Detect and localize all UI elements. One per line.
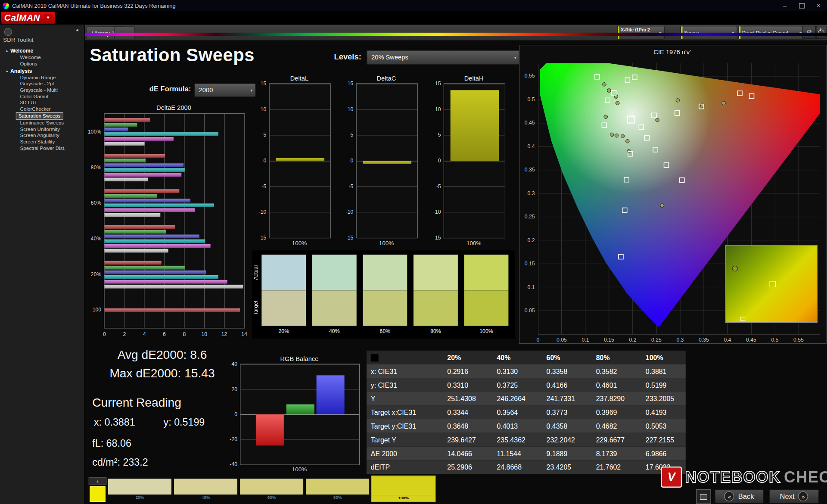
axis-tick-label: -15	[339, 235, 353, 240]
patch-strip-item-80[interactable]: 80%	[306, 479, 369, 501]
deltal-chart-title: DeltaL	[269, 75, 330, 82]
sidebar-item-grayscale-2pt[interactable]: Grayscale - 2pt	[18, 81, 56, 87]
patch-strip-item-20[interactable]: 20%	[108, 479, 171, 501]
table-cell: 8.1739	[587, 449, 636, 457]
row-label: x: CIE31	[367, 367, 438, 375]
patch-swatch	[174, 479, 237, 495]
chevron-down-icon: ▾	[248, 88, 255, 93]
sidebar-collapse-icon[interactable]: ◄	[75, 28, 79, 33]
gridline	[357, 212, 417, 212]
sidebar-section-welcome[interactable]: ▸Welcome	[0, 47, 84, 54]
next-button[interactable]: Next »	[769, 489, 819, 504]
axis-tick-label: 15	[339, 81, 353, 86]
bar	[104, 280, 227, 283]
max-de2000-reading: Max dE2000: 15.43	[87, 367, 237, 381]
axis-tick-label: 0.5	[767, 337, 783, 342]
axis-tick-label: 10	[339, 106, 353, 112]
table-cell: 0.4358	[537, 422, 587, 430]
patch-strip-item-40[interactable]: 40%	[174, 479, 237, 501]
deltah-x-label: 100%	[444, 240, 504, 246]
calman-logo-menu[interactable]: CalMAN ▼	[1, 12, 55, 24]
levels-dropdown[interactable]: 20% Sweeps ▾	[367, 50, 519, 65]
sidebar-item-grayscale-multi[interactable]: Grayscale - Multi	[18, 87, 60, 93]
gridline	[357, 237, 417, 238]
row-label: y: CIE31	[367, 381, 438, 389]
actual-swatch-40	[312, 255, 357, 290]
axis-tick-label: 5	[339, 132, 353, 137]
table-row-y-cie31: y: CIE310.33100.37250.41660.46010.5199	[367, 378, 686, 392]
deltac-chart: 151050-5-10-15	[356, 83, 418, 238]
bar	[104, 284, 243, 288]
table-cell: 14.0466	[438, 449, 487, 457]
bar	[104, 190, 179, 193]
tree-expand-icon: ▸	[6, 69, 8, 73]
table-cell: 0.3969	[587, 408, 636, 416]
sidebar-item-spectral-power-dist[interactable]: Spectral Power Dist.	[18, 145, 68, 152]
axis-tick-label: 14	[236, 331, 252, 337]
maximize-icon	[799, 3, 804, 8]
sidebar-item-3d-lut[interactable]: 3D LUT	[18, 100, 40, 106]
current-reading-title: Current Reading	[92, 395, 181, 410]
axis-tick-label: 0.3	[672, 337, 688, 342]
calman-window: CalMAN 2019 CalMAN Ultimate for Business…	[0, 0, 827, 504]
axis-tick-label: -20	[223, 436, 237, 442]
measurement-point	[610, 133, 614, 137]
sidebar-item-screen-stability[interactable]: Screen Stability	[18, 139, 57, 145]
table-cell: 0.3344	[438, 408, 487, 416]
axis-tick-label: 0	[223, 411, 237, 417]
column-header-20: 20%	[438, 354, 487, 361]
swatch-column-label: 20%	[261, 328, 306, 334]
sidebar-item-luminance-sweeps[interactable]: Luminance Sweeps	[18, 120, 66, 126]
sidebar-item-screen-uniformity[interactable]: Screen Uniformity	[18, 126, 62, 133]
deltac-chart-title: DeltaC	[356, 75, 417, 82]
back-button[interactable]: « Back	[715, 489, 764, 504]
patch-strip-item-100[interactable]: 100%	[372, 476, 435, 501]
inset-target-marker	[740, 317, 745, 321]
table-row-y: Y251.4308246.2664241.7331237.8290233.200…	[367, 392, 686, 405]
bar	[104, 234, 199, 238]
watermark-text-check: CHECK	[784, 468, 827, 486]
bar	[104, 154, 165, 158]
sidebar-item-dynamic-range[interactable]: Dynamic Range	[18, 75, 58, 81]
axis-tick-label: 0.2	[520, 237, 535, 243]
section-label: Welcome	[10, 48, 34, 53]
rgb-balance-chart: 40200-20-40	[240, 364, 360, 465]
sidebar-item-welcome[interactable]: Welcome	[18, 54, 43, 61]
sidebar-menu-button[interactable]	[4, 28, 12, 36]
minimize-button[interactable]: –	[776, 0, 793, 11]
axis-tick-label: 0.1	[578, 337, 594, 342]
patch-strip-up-button[interactable]: ▲	[89, 477, 107, 485]
sidebar-section-analysis[interactable]: ▸Analysis	[0, 67, 84, 74]
cie-chart-title: CIE 1976 u'v'	[519, 49, 825, 56]
section-label: Analysis	[10, 68, 32, 74]
sidebar-item-screen-angularity[interactable]: Screen Angularity	[18, 132, 62, 139]
row-label: ΔE 2000	[367, 449, 438, 457]
table-row-target-x-cie31: Target x:CIE310.33440.35640.37730.39690.…	[367, 405, 686, 419]
axis-tick-label: 0.1	[520, 284, 535, 290]
target-swatch-40	[312, 290, 357, 326]
table-cell: 0.4193	[636, 408, 686, 416]
bar	[104, 308, 240, 312]
close-button[interactable]: ×	[810, 0, 827, 11]
patch-strip-item-60[interactable]: 60%	[240, 479, 303, 501]
gridline	[357, 186, 417, 187]
bar	[104, 244, 210, 248]
table-cell: 246.2664	[487, 395, 537, 402]
axis-tick-label: 0.3	[520, 190, 535, 196]
sidebar-item-colorchecker[interactable]: ColorChecker	[18, 106, 53, 112]
next-chevron-icon: »	[798, 492, 808, 501]
axis-tick-label: 0.2	[625, 337, 641, 342]
de-formula-dropdown[interactable]: 2000 ▾	[194, 83, 256, 97]
gridline	[270, 237, 330, 238]
target-row-label: Target	[253, 290, 260, 326]
maximize-button[interactable]	[793, 0, 810, 11]
levels-value: 20% Sweeps	[371, 54, 408, 61]
gridline	[270, 186, 330, 187]
axis-tick-label: 0	[96, 331, 112, 337]
sidebar-item-color-gamut[interactable]: Color Gamut	[18, 93, 51, 100]
table-corner-cell	[367, 354, 438, 361]
display-preview-button[interactable]	[696, 489, 711, 504]
sidebar-item-saturation-sweeps[interactable]: Saturation Sweeps	[16, 112, 63, 120]
bar	[104, 168, 185, 172]
sidebar-item-options[interactable]: Options	[18, 61, 40, 67]
